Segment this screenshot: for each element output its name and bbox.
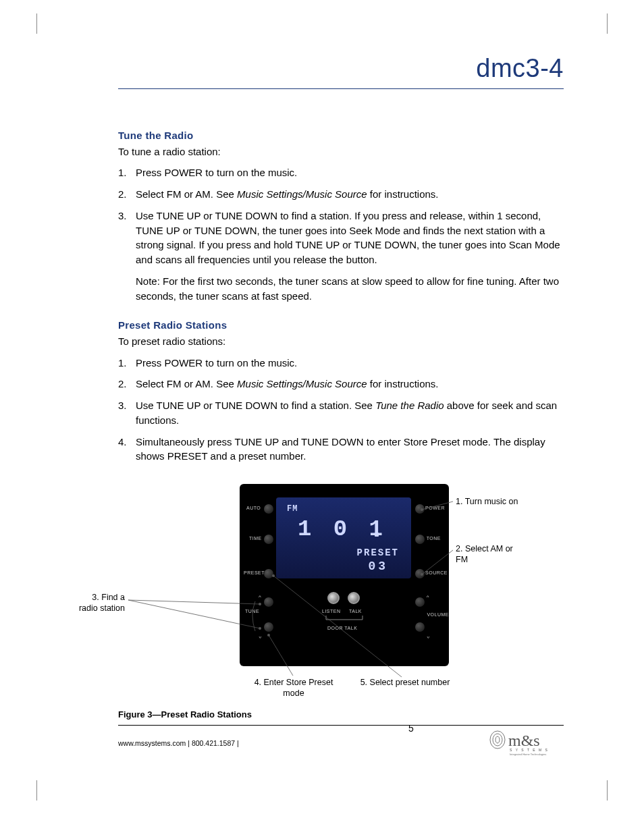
step-text: Press POWER to turn on the music. — [136, 357, 297, 369]
step-text: Select FM or AM. See — [136, 188, 237, 200]
step-ref: Tune the Radio — [375, 400, 444, 411]
section-heading-tune: Tune the Radio — [118, 130, 564, 141]
talk-label: TALK — [349, 609, 362, 614]
chevron-down-icon: ^ — [259, 634, 261, 640]
power-label: POWER — [425, 506, 445, 510]
step-text: for instructions. — [367, 188, 439, 200]
volume-down-button[interactable] — [415, 622, 425, 632]
callout-3: 3. Find a radio station — [57, 592, 125, 614]
device-panel: FM 1 0 1 PRESET 03 AUTO TIME PRESET POWE… — [240, 484, 449, 666]
frequency-readout: 1 0 1 — [298, 516, 387, 542]
preset-number: 03 — [368, 560, 388, 573]
preset-button[interactable] — [264, 569, 273, 578]
callout-2: 2. Select AM or FM — [456, 543, 513, 566]
auto-button[interactable] — [264, 504, 273, 514]
lcd-display: FM 1 0 1 PRESET 03 — [276, 497, 411, 578]
callout-5: 5. Select preset number — [351, 677, 459, 688]
product-title: dmc3-4 — [118, 54, 564, 89]
page-number: 5 — [408, 723, 414, 734]
step-text: Press POWER to turn on the music. — [136, 167, 297, 178]
callout-text: 2. Select AM or — [456, 544, 513, 553]
svg-point-13 — [493, 734, 502, 746]
chevron-up-icon: ^ — [259, 594, 261, 600]
list-item: Select FM or AM. See Music Settings/Musi… — [118, 377, 564, 391]
list-item: Use TUNE UP or TUNE DOWN to find a stati… — [118, 398, 564, 428]
volume-label: VOLUME — [427, 612, 449, 617]
volume-up-button[interactable] — [415, 597, 425, 607]
preset-steps-list: Press POWER to turn on the music. Select… — [118, 356, 564, 464]
brand-sub: S Y S T E M S — [510, 748, 549, 752]
callout-4: 4. Enter Store Preset mode — [246, 677, 341, 699]
listen-button[interactable] — [327, 592, 340, 604]
chevron-down-icon: ^ — [427, 634, 429, 640]
tone-button[interactable] — [415, 535, 425, 544]
intro-text: To preset radio stations: — [118, 335, 564, 348]
step-note: Note: For the first two seconds, the tun… — [136, 274, 564, 304]
time-label: TIME — [249, 536, 262, 541]
time-button[interactable] — [264, 535, 273, 544]
band-indicator: FM — [287, 504, 298, 514]
chevron-up-icon: ^ — [427, 594, 429, 600]
intro-text: To tune a radio station: — [118, 145, 564, 159]
tune-label: TUNE — [245, 609, 259, 614]
brand-logo: m&s S Y S T E M S Integrated Home Techno… — [489, 729, 564, 757]
page-footer: www.mssystems.com | 800.421.1587 | 5 m&s… — [118, 725, 564, 757]
step-text: Simultaneously press TUNE UP and TUNE DO… — [136, 436, 545, 462]
source-button[interactable] — [415, 569, 425, 578]
brand-main: m&s — [508, 732, 540, 749]
callout-text: 3. Find a — [92, 593, 125, 602]
tune-up-button[interactable] — [264, 597, 273, 607]
callout-1: 1. Turn music on — [456, 496, 518, 507]
preset-label: PRESET — [357, 547, 399, 558]
list-item: Press POWER to turn on the music. — [118, 165, 564, 180]
preset-btn-label: PRESET — [244, 570, 265, 575]
list-item: Select FM or AM. See Music Settings/Musi… — [118, 187, 564, 202]
callout-text: FM — [456, 555, 468, 564]
doortalk-label: DOOR TALK — [327, 626, 357, 630]
step-text: Select FM or AM. See — [136, 378, 237, 389]
brand-tag: Integrated Home Technologies — [510, 753, 546, 756]
step-text: Use TUNE UP or TUNE DOWN to find a stati… — [136, 210, 560, 265]
decimal-dot — [375, 533, 379, 537]
figure-3: FM 1 0 1 PRESET 03 AUTO TIME PRESET POWE… — [118, 484, 564, 707]
power-button[interactable] — [415, 504, 425, 514]
callout-text: mode — [283, 688, 304, 698]
step-ref: Music Settings/Music Source — [237, 188, 367, 200]
step-text: for instructions. — [367, 378, 439, 389]
svg-point-14 — [495, 736, 500, 743]
footer-info: www.mssystems.com | 800.421.1587 | — [118, 739, 239, 747]
tone-label: TONE — [427, 536, 441, 541]
list-item: Use TUNE UP or TUNE DOWN to find a stati… — [118, 209, 564, 304]
tune-down-button[interactable] — [264, 622, 273, 632]
list-item: Press POWER to turn on the music. — [118, 356, 564, 371]
callout-text: radio station — [79, 603, 125, 613]
list-item: Simultaneously press TUNE UP and TUNE DO… — [118, 435, 564, 464]
talk-button[interactable] — [348, 592, 360, 604]
source-label: SOURCE — [425, 570, 448, 575]
section-heading-preset: Preset Radio Stations — [118, 319, 564, 331]
figure-caption: Figure 3—Preset Radio Stations — [118, 709, 564, 720]
auto-label: AUTO — [246, 506, 261, 510]
listen-label: LISTEN — [322, 609, 341, 614]
tune-steps-list: Press POWER to turn on the music. Select… — [118, 165, 564, 303]
step-ref: Music Settings/Music Source — [237, 378, 367, 389]
step-text: Use TUNE UP or TUNE DOWN to find a stati… — [136, 400, 375, 411]
callout-text: 4. Enter Store Preset — [254, 678, 333, 687]
